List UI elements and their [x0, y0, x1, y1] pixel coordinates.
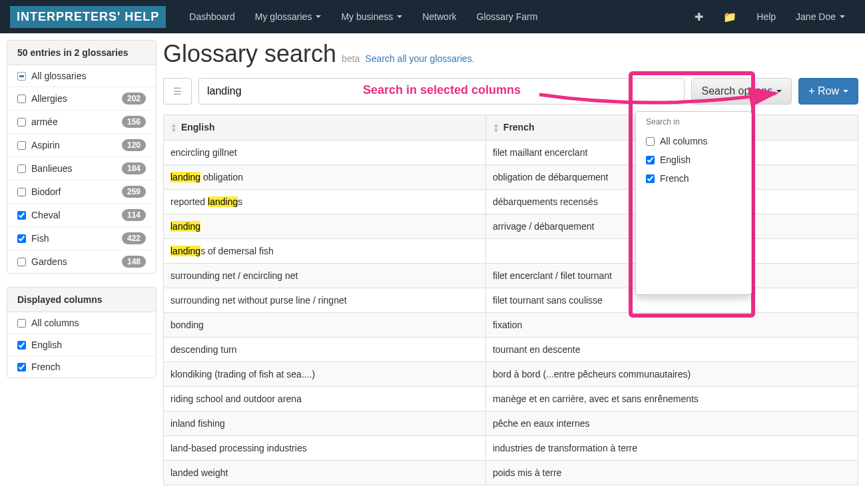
table-row[interactable]: landings of demersal fish: [164, 239, 858, 264]
glossary-count-badge: 184: [122, 162, 146, 174]
cell-english: landed weight: [164, 461, 486, 485]
glossary-checkbox[interactable]: [17, 258, 26, 266]
checkbox-indeterminate-icon[interactable]: [17, 72, 26, 81]
nav-network[interactable]: Network: [412, 1, 466, 32]
dd-checkbox[interactable]: [646, 174, 655, 183]
table-row[interactable]: reported landingsdébarquements recensés: [164, 190, 858, 214]
nav-user-menu[interactable]: Jane Doe: [786, 1, 855, 32]
nav-my-business[interactable]: My business: [331, 1, 412, 32]
nav-glossary-farm[interactable]: Glossary Farm: [467, 1, 548, 32]
table-row[interactable]: landingarrivage / débarquement: [164, 214, 858, 239]
cell-english: riding school and outdoor arena: [164, 387, 486, 411]
glossary-count-badge: 148: [122, 256, 146, 268]
nav-my-business-label: My business: [341, 11, 393, 22]
glossary-name: armée: [31, 117, 122, 127]
glossary-name: Fish: [31, 233, 122, 244]
cell-english: surrounding net / encircling net: [164, 264, 486, 288]
chevron-down-icon: [840, 15, 845, 18]
glossary-checkbox[interactable]: [17, 118, 26, 126]
columns-panel: Displayed columns All columns EnglishFre…: [7, 287, 156, 378]
glossary-count-badge: 259: [122, 186, 146, 198]
table-row[interactable]: klondiking (trading of fish at sea....)b…: [164, 362, 858, 387]
dropdown-column-item[interactable]: English: [636, 150, 751, 169]
glossary-filter-item[interactable]: Cheval114: [7, 204, 156, 227]
table-row[interactable]: landed weightpoids mis à terre: [164, 461, 858, 485]
hamburger-icon: ☰: [173, 86, 182, 97]
glossary-checkbox[interactable]: [17, 188, 26, 196]
dd-checkbox[interactable]: [646, 156, 655, 164]
dropdown-column-item[interactable]: French: [636, 169, 751, 188]
search-options-button[interactable]: Search options: [691, 78, 792, 105]
glossary-filter-item[interactable]: Gardens148: [7, 250, 156, 273]
add-row-button[interactable]: + Row: [798, 78, 858, 105]
table-row[interactable]: inland fishingpêche en eaux internes: [164, 411, 858, 436]
table-row[interactable]: surrounding net without purse line / rin…: [164, 288, 858, 313]
cell-english: encircling gillnet: [164, 140, 486, 165]
cell-english: surrounding net without purse line / rin…: [164, 288, 486, 313]
column-filter-item[interactable]: French: [7, 356, 156, 378]
table-row[interactable]: descending turntournant en descente: [164, 338, 858, 362]
glossary-checkbox[interactable]: [17, 234, 26, 243]
table-row[interactable]: bondingfixation: [164, 313, 858, 338]
table-row[interactable]: riding school and outdoor arenamanège et…: [164, 387, 858, 411]
column-name: French: [31, 362, 146, 372]
column-checkbox[interactable]: [17, 341, 26, 350]
nav-dashboard[interactable]: Dashboard: [179, 1, 245, 32]
sort-icon: ▲▼: [493, 123, 499, 133]
column-filter-item[interactable]: English: [7, 334, 156, 356]
cell-english: inland fishing: [164, 411, 486, 436]
nav-help[interactable]: Help: [746, 1, 786, 32]
glossary-filter-item[interactable]: Allergies202: [7, 87, 156, 111]
add-icon[interactable]: ✚: [685, 1, 713, 33]
cell-english: landing obligation: [164, 165, 486, 190]
table-row[interactable]: landing obligationobligation de débarque…: [164, 165, 858, 190]
nav-user-label: Jane Doe: [796, 11, 836, 22]
column-checkbox[interactable]: [17, 363, 26, 372]
cell-english: bonding: [164, 313, 486, 338]
all-glossaries-label: All glossaries: [31, 71, 146, 81]
chevron-down-icon: [843, 90, 848, 93]
dropdown-all-columns[interactable]: All columns: [636, 132, 751, 150]
glossary-checkbox[interactable]: [17, 164, 26, 173]
folder-icon[interactable]: 📁: [713, 1, 746, 33]
filter-all-columns[interactable]: All columns: [7, 312, 156, 334]
cell-french: pêche en eaux internes: [485, 411, 858, 436]
dd-label: French: [660, 173, 689, 184]
all-columns-checkbox[interactable]: [17, 319, 26, 328]
dd-all-checkbox[interactable]: [646, 137, 655, 146]
glossary-checkbox[interactable]: [17, 141, 26, 150]
main-content: Glossary search beta Search all your glo…: [163, 40, 858, 485]
glossary-checkbox[interactable]: [17, 95, 26, 103]
glossary-name: Allergies: [31, 93, 122, 104]
glossary-filter-item[interactable]: Banlieues184: [7, 157, 156, 180]
filter-all-glossaries[interactable]: All glossaries: [7, 65, 156, 87]
column-header-english[interactable]: ▲▼English: [164, 115, 486, 140]
cell-french: bord à bord (...entre pêcheurs communaut…: [485, 362, 858, 387]
glossary-checkbox[interactable]: [17, 211, 26, 220]
header-en-label: English: [181, 122, 215, 132]
glossary-filter-item[interactable]: armée156: [7, 111, 156, 134]
chevron-down-icon: [316, 15, 321, 18]
glossary-name: Aspirin: [31, 140, 122, 150]
glossary-filter-item[interactable]: Aspirin120: [7, 134, 156, 157]
dd-all-label: All columns: [660, 136, 708, 146]
search-input[interactable]: [198, 78, 685, 105]
subtitle-link[interactable]: Search all your glossaries.: [365, 53, 474, 64]
nav-my-glossaries[interactable]: My glossaries: [245, 1, 332, 32]
search-options-label: Search options: [701, 85, 772, 97]
glossary-filter-item[interactable]: Fish422: [7, 227, 156, 250]
cell-english: klondiking (trading of fish at sea....): [164, 362, 486, 387]
page-title: Glossary search beta Search all your glo…: [163, 40, 858, 68]
columns-heading: Displayed columns: [7, 288, 156, 312]
glossary-filter-item[interactable]: Biodorf259: [7, 180, 156, 204]
cell-english: land-based processing industries: [164, 436, 486, 461]
table-row[interactable]: encircling gillnetfilet maillant encercl…: [164, 140, 858, 165]
toolbar: ☰ Search options + Row Search in selecte…: [163, 78, 858, 105]
menu-toggle-button[interactable]: ☰: [163, 78, 192, 105]
brand-logo[interactable]: INTERPRETERS' HELP: [10, 6, 166, 28]
table-row[interactable]: surrounding net / encircling netfilet en…: [164, 264, 858, 288]
glossary-count-badge: 202: [122, 93, 146, 105]
table-row[interactable]: land-based processing industriesindustri…: [164, 436, 858, 461]
cell-french: industries de transformation à terre: [485, 436, 858, 461]
glossaries-panel: 50 entries in 2 glossaries All glossarie…: [7, 40, 156, 274]
